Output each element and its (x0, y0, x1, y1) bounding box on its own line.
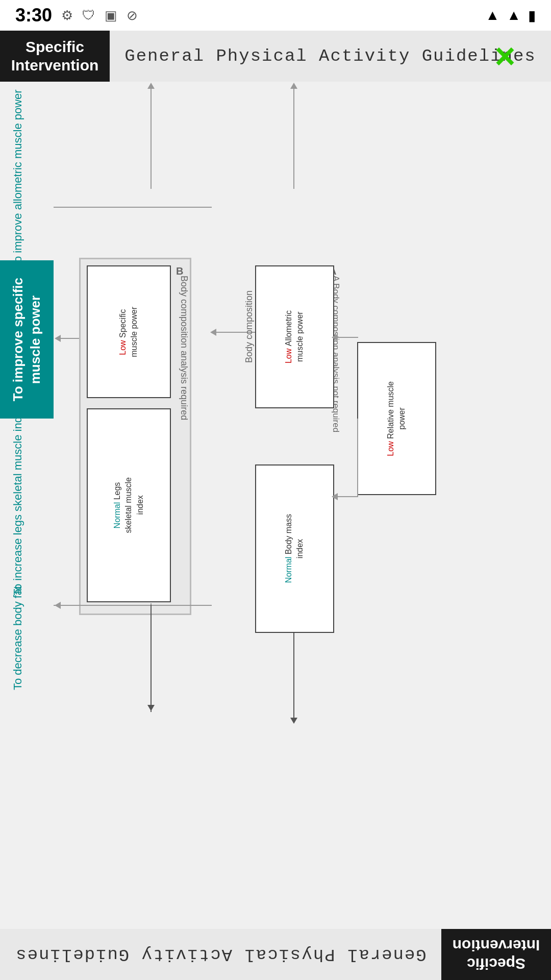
signal-icon: ▲ (507, 7, 521, 23)
status-left: 3:30 ⚙ 🛡 ▣ ⊘ (15, 5, 138, 26)
v-line-relative (357, 419, 358, 497)
low-specific-low: Low (118, 340, 127, 355)
close-icon: × (495, 38, 516, 74)
normal-body-rest: Body massindex (284, 514, 304, 558)
status-time: 3:30 (15, 5, 52, 26)
v-line-specific-to-bottom (151, 605, 152, 712)
wifi-icon: ▲ (486, 7, 500, 23)
low-allometric-low: Low (284, 349, 293, 363)
copy-icon: ▣ (105, 8, 117, 23)
teal-button-label: To improve specificmuscle power (10, 278, 44, 401)
h-line-relative-bottom (336, 496, 358, 497)
block-icon: ⊘ (127, 8, 138, 23)
normal-body-box: Normal Body massindex (255, 464, 334, 633)
footer-row: SpecificIntervention General Physical Ac… (0, 929, 551, 980)
low-relative-low: Low (386, 441, 395, 456)
low-relative-text: Low Relative musclepower (385, 381, 408, 456)
side-label-legs: To increase legs skeletal muscle index (11, 429, 24, 572)
close-button[interactable]: × (485, 36, 525, 77)
status-right: ▲ ▲ ▮ (486, 7, 536, 24)
normal-legs-normal: Normal (113, 502, 121, 529)
footer-left-label: SpecificIntervention (453, 936, 540, 973)
footer-center: General Physical Activity Guidelines (0, 929, 441, 980)
shield-icon: 🛡 (82, 8, 95, 23)
diagram-area: To improve specificmuscle power To impro… (0, 82, 551, 929)
header-row: SpecificIntervention General Physical Ac… (0, 31, 551, 82)
battery-icon: ▮ (528, 7, 536, 24)
normal-legs-text: Normal Legsskeletal muscleindex (112, 477, 146, 533)
arrow-left-bottom (59, 605, 138, 606)
low-allometric-box: Low Allometricmuscle power (255, 265, 334, 408)
v-line-allometric-to-bottom (293, 633, 294, 721)
body-comp-required-label: Body composition analysis required (179, 276, 189, 439)
low-specific-text: Low Specificmuscle power (117, 307, 140, 357)
header-center-label: General Physical Activity Guidelines (124, 46, 536, 66)
side-label-body-fat: To decrease body fat (11, 582, 24, 694)
footer-specific-intervention: SpecificIntervention (441, 929, 551, 980)
arrow-top-right (293, 87, 294, 189)
gear-icon: ⚙ (61, 8, 73, 23)
h-line-top (54, 207, 212, 208)
arrow-relative-to-allometric (336, 337, 358, 338)
main-content: SpecificIntervention General Physical Ac… (0, 31, 551, 980)
footer-center-label: General Physical Activity Guidelines (15, 945, 427, 964)
improve-specific-muscle-power-button[interactable]: To improve specificmuscle power (0, 260, 54, 419)
low-allometric-text: Low Allometricmuscle power (283, 310, 306, 363)
normal-body-normal: Normal (284, 557, 293, 583)
side-label-allometric: To improve allometric muscle power (11, 107, 24, 250)
low-relative-box: Low Relative musclepower (357, 342, 436, 495)
low-specific-box: Low Specificmuscle power (87, 265, 171, 398)
low-relative-rest: Relative musclepower (386, 381, 406, 439)
status-bar: 3:30 ⚙ 🛡 ▣ ⊘ ▲ ▲ ▮ (0, 0, 551, 31)
header-specific-intervention: SpecificIntervention (0, 31, 110, 82)
normal-body-text: Normal Body massindex (283, 514, 306, 583)
normal-legs-box: Normal Legsskeletal muscleindex (87, 408, 171, 602)
arrow-top-left (151, 87, 152, 189)
header-left-label: SpecificIntervention (11, 38, 99, 75)
